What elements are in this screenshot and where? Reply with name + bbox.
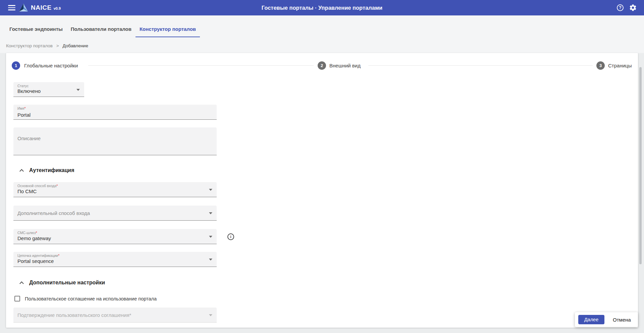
identification-chain-select[interactable]: Цепочка идентификации* Portal sequence <box>13 252 217 267</box>
primary-login-value: По СМС <box>17 188 37 194</box>
brand-name: NAICE <box>31 4 52 11</box>
step-3-label: Страницы <box>608 63 632 68</box>
dropdown-arrow-icon <box>209 189 212 191</box>
required-asterisk: * <box>56 184 58 188</box>
menu-hamburger-icon[interactable] <box>8 5 15 10</box>
breadcrumb-parent-link[interactable]: Конструктор порталов <box>6 43 53 48</box>
dropdown-arrow-icon <box>209 314 212 316</box>
required-asterisk: * <box>36 231 37 235</box>
app-brand: NAICEv0.9 <box>31 0 61 15</box>
info-icon[interactable]: i <box>227 233 234 240</box>
sms-gateway-label: СМС-шлюз* <box>17 231 37 235</box>
section-additional-settings-title: Дополнительные настройки <box>29 280 105 286</box>
settings-gear-icon[interactable] <box>629 4 637 12</box>
tab-portal-users[interactable]: Пользователи порталов <box>67 21 136 37</box>
user-agreement-checkbox-label: Пользовательское соглашение на использов… <box>25 296 157 301</box>
app-logo-icon <box>19 3 28 12</box>
name-input[interactable] <box>13 105 217 119</box>
primary-login-label: Основной способ входа* <box>17 184 58 188</box>
identification-chain-label: Цепочка идентификации* <box>17 254 59 258</box>
brand-version: v0.9 <box>54 6 61 10</box>
vertical-scrollbar[interactable] <box>639 67 642 264</box>
section-additional-settings: Дополнительные настройки <box>19 280 105 286</box>
user-agreement-checkbox-row[interactable]: Пользовательское соглашение на использов… <box>14 296 157 301</box>
stepper-connector <box>88 65 314 66</box>
dropdown-arrow-icon <box>209 212 212 214</box>
description-textarea[interactable] <box>13 127 217 155</box>
section-authentication: Аутентификация <box>19 167 74 173</box>
breadcrumb: Конструктор порталов > Добавление <box>6 43 88 48</box>
status-label: Статус <box>17 84 29 88</box>
collapse-chevron-icon[interactable] <box>19 169 24 173</box>
help-icon[interactable]: ? <box>617 4 624 11</box>
secondary-login-placeholder: Дополнительный способ входа <box>17 206 90 220</box>
status-select[interactable]: Статус Включено <box>13 82 84 97</box>
app-bar: NAICEv0.9 Гостевые порталы · Управление … <box>0 0 644 15</box>
primary-login-method-select[interactable]: Основной способ входа* По СМС <box>13 182 217 197</box>
step-2-circle[interactable]: 2 <box>318 61 326 70</box>
content-card: 1 Глобальные настройки 2 Внешний вид 3 С… <box>6 53 638 328</box>
stepper-connector <box>368 65 593 66</box>
agreement-confirmation-select: Подтверждение пользовательского соглашен… <box>13 308 217 323</box>
required-asterisk: * <box>58 254 59 258</box>
dropdown-arrow-icon <box>209 236 212 238</box>
wizard-actions: Далее Отмена <box>575 312 638 327</box>
sms-gateway-value: Demo gateway <box>17 235 51 241</box>
secondary-login-method-select[interactable]: Дополнительный способ входа <box>13 206 217 221</box>
agreement-confirmation-placeholder: Подтверждение пользовательского соглашен… <box>17 308 131 322</box>
next-button[interactable]: Далее <box>578 315 604 324</box>
tab-bar: Гостевые эндпоинты Пользователи порталов… <box>5 21 200 37</box>
tab-portal-builder[interactable]: Конструктор порталов <box>136 21 200 37</box>
tab-guest-endpoints[interactable]: Гостевые эндпоинты <box>5 21 67 37</box>
step-1-circle[interactable]: 1 <box>12 61 20 70</box>
identification-chain-value: Portal sequence <box>17 258 54 264</box>
collapse-chevron-icon[interactable] <box>19 281 24 286</box>
cancel-button[interactable]: Отмена <box>608 315 636 324</box>
page-title: Гостевые порталы · Управление порталами <box>0 0 644 15</box>
name-field: Имя* <box>13 105 217 120</box>
step-2-label: Внешний вид <box>329 63 361 68</box>
status-value: Включено <box>17 88 41 94</box>
step-1-label: Глобальные настройки <box>24 63 78 68</box>
checkbox-unchecked-icon[interactable] <box>14 296 20 301</box>
step-3-circle[interactable]: 3 <box>596 61 605 70</box>
section-authentication-title: Аутентификация <box>29 167 74 173</box>
breadcrumb-current: Добавление <box>62 43 88 48</box>
description-field <box>13 127 217 155</box>
dropdown-arrow-icon <box>209 259 212 261</box>
sms-gateway-select[interactable]: СМС-шлюз* Demo gateway <box>13 229 217 244</box>
breadcrumb-separator: > <box>56 43 59 48</box>
dropdown-arrow-icon <box>76 89 80 91</box>
